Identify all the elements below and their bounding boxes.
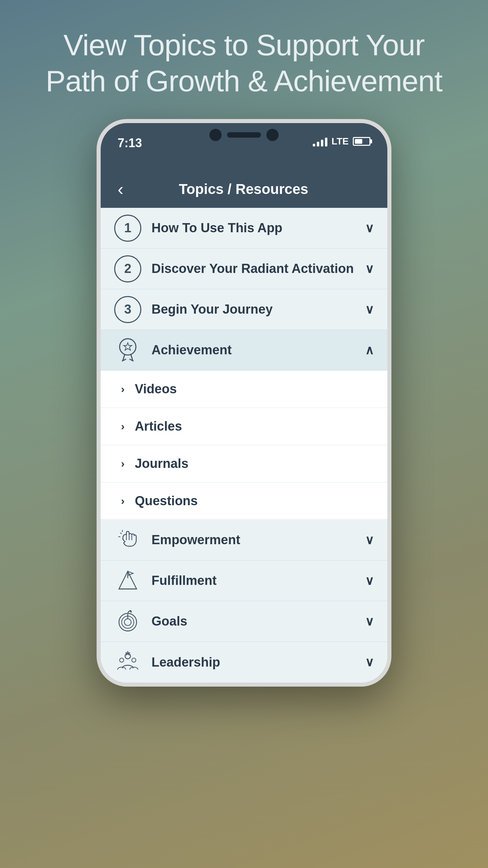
topic-item-begin-journey[interactable]: 3 Begin Your Journey ∨ xyxy=(101,289,387,330)
nav-title: Topics / Resources xyxy=(134,181,353,197)
chevron-journals: › xyxy=(121,457,125,470)
sub-item-articles[interactable]: › Articles xyxy=(101,408,387,445)
svg-line-20 xyxy=(128,611,130,613)
chevron-articles: › xyxy=(121,420,125,433)
topic-label-discover: Discover Your Radiant Activation xyxy=(151,261,365,276)
fulfillment-icon xyxy=(114,567,141,594)
achievement-icon xyxy=(114,337,141,364)
goals-icon xyxy=(114,608,141,635)
lte-label: LTE xyxy=(331,136,349,147)
sub-item-videos[interactable]: › Videos xyxy=(101,371,387,408)
status-time: 7:13 xyxy=(118,136,142,150)
topic-item-leadership[interactable]: Leadership ∨ xyxy=(101,642,387,683)
chevron-begin-journey: ∨ xyxy=(365,302,374,317)
signal-icon xyxy=(313,136,327,146)
topic-item-goals[interactable]: Goals ∨ xyxy=(101,601,387,642)
nav-bar: ‹ Topics / Resources xyxy=(101,171,387,208)
status-right: LTE xyxy=(313,136,370,147)
topic-number-2: 2 xyxy=(114,255,141,282)
chevron-leadership: ∨ xyxy=(365,655,374,669)
svg-point-25 xyxy=(120,658,124,662)
topic-label-how-to-use: How To Use This App xyxy=(151,221,365,235)
topic-item-how-to-use[interactable]: 1 How To Use This App ∨ xyxy=(101,208,387,249)
chevron-videos: › xyxy=(121,383,125,395)
chevron-how-to-use: ∨ xyxy=(365,221,374,235)
topic-label-fulfillment: Fulfillment xyxy=(151,573,365,588)
sub-label-questions: Questions xyxy=(135,494,198,508)
empowerment-icon xyxy=(114,527,141,554)
page-title: View Topics to Support Your Path of Grow… xyxy=(19,27,469,99)
topic-label-leadership: Leadership xyxy=(151,655,365,670)
sub-item-questions[interactable]: › Questions xyxy=(101,482,387,520)
sub-label-journals: Journals xyxy=(135,456,188,471)
sub-label-articles: Articles xyxy=(135,419,182,434)
svg-point-0 xyxy=(120,339,136,355)
svg-point-26 xyxy=(132,658,136,662)
topic-label-begin-journey: Begin Your Journey xyxy=(151,302,365,317)
chevron-achievement: ∧ xyxy=(365,343,374,357)
topic-item-achievement[interactable]: Achievement ∧ xyxy=(101,330,387,371)
sub-item-journals[interactable]: › Journals xyxy=(101,445,387,482)
topic-item-empowerment[interactable]: Empowerment ∨ xyxy=(101,520,387,560)
camera-icon xyxy=(209,129,222,141)
topic-number-1: 1 xyxy=(114,215,141,242)
topic-item-fulfillment[interactable]: Fulfillment ∨ xyxy=(101,560,387,601)
topic-label-empowerment: Empowerment xyxy=(151,533,365,547)
svg-marker-1 xyxy=(124,343,132,350)
leadership-icon xyxy=(114,649,141,676)
topic-item-discover[interactable]: 2 Discover Your Radiant Activation ∨ xyxy=(101,249,387,289)
status-bar: 7:13 LTE xyxy=(101,123,387,171)
topics-list: 1 How To Use This App ∨ 2 Discover Your … xyxy=(101,208,387,683)
notch xyxy=(197,123,291,147)
speaker-icon xyxy=(227,132,261,138)
chevron-fulfillment: ∨ xyxy=(365,574,374,588)
svg-line-9 xyxy=(120,533,122,534)
battery-icon xyxy=(353,137,370,146)
sub-label-videos: Videos xyxy=(135,382,177,396)
topic-label-goals: Goals xyxy=(151,614,365,629)
chevron-discover: ∨ xyxy=(365,262,374,276)
phone-mockup: 7:13 LTE ‹ Topics / Resources 1 xyxy=(97,119,391,687)
chevron-empowerment: ∨ xyxy=(365,533,374,547)
chevron-goals: ∨ xyxy=(365,614,374,629)
svg-point-18 xyxy=(124,619,131,626)
achievement-sub-items: › Videos › Articles › Journals › Questio… xyxy=(101,371,387,520)
topic-number-3: 3 xyxy=(114,296,141,323)
sensor-icon xyxy=(266,129,279,141)
topic-label-achievement: Achievement xyxy=(151,343,365,357)
back-button[interactable]: ‹ xyxy=(118,180,123,198)
chevron-questions: › xyxy=(121,495,125,507)
